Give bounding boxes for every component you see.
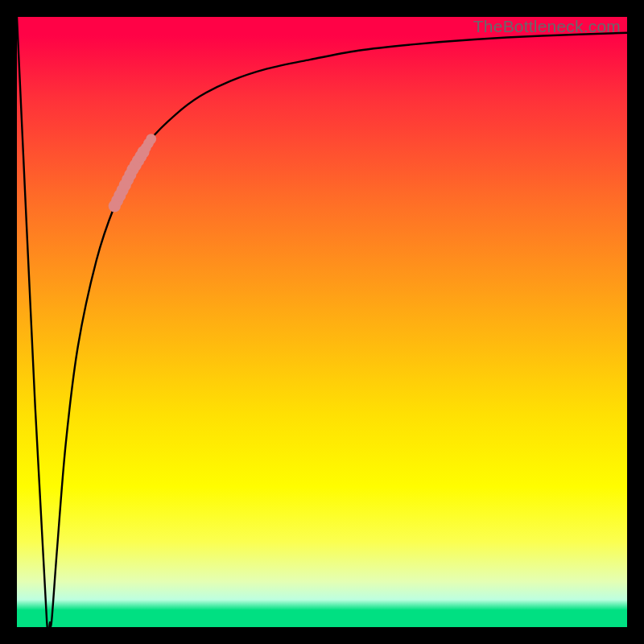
bottleneck-curve bbox=[17, 17, 627, 637]
plot-area: TheBottleneck.com bbox=[17, 17, 627, 627]
chart-frame: TheBottleneck.com bbox=[0, 0, 644, 644]
chart-svg bbox=[17, 17, 627, 627]
highlight-segment bbox=[109, 134, 156, 212]
highlight-dot bbox=[146, 134, 156, 144]
